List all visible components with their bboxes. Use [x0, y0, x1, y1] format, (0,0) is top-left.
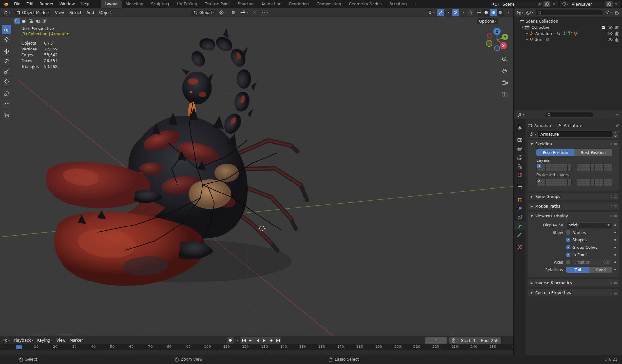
viewport-3d[interactable]: User Perspective (1) Collection | Armatu… — [0, 17, 513, 336]
layer-cell[interactable] — [537, 179, 541, 182]
tool-cursor[interactable] — [2, 35, 11, 44]
layer-cell[interactable] — [582, 168, 586, 171]
viewport-menu-view[interactable]: View — [52, 9, 67, 17]
workspace-tab-sculpting[interactable]: Sculpting — [147, 0, 173, 8]
panel-grip[interactable] — [611, 282, 617, 284]
animate-dot[interactable] — [612, 254, 617, 256]
animate-dot[interactable] — [612, 269, 617, 270]
expander-closed-icon[interactable]: ► — [525, 38, 529, 41]
rest-position-button[interactable]: Rest Position — [574, 149, 612, 156]
tab-render[interactable] — [514, 136, 525, 144]
panel-viewport-display-header[interactable]: ▼ Viewport Display — [528, 212, 619, 220]
axes-checkbox[interactable] — [566, 260, 570, 264]
layer-cell[interactable] — [604, 168, 608, 171]
layer-cell[interactable] — [568, 182, 572, 186]
outliner-row-sun[interactable]: ►Sun — [514, 37, 622, 43]
layer-cell[interactable] — [559, 164, 563, 168]
tab-physics[interactable] — [514, 204, 525, 213]
layer-cell[interactable] — [595, 164, 599, 168]
timeline-menu-playback[interactable]: Playback — [12, 337, 35, 344]
layer-cell[interactable] — [608, 164, 612, 168]
layer-cell[interactable] — [541, 168, 546, 171]
pin-id-button[interactable] — [616, 124, 619, 127]
layer-cell[interactable] — [537, 168, 541, 171]
gizmo-axis-neg-x[interactable] — [487, 33, 492, 38]
layer-cell[interactable] — [586, 179, 590, 182]
group-colors-checkbox[interactable]: ✓ — [566, 245, 570, 249]
layer-cell[interactable] — [577, 179, 582, 182]
shading-wireframe-button[interactable] — [476, 9, 483, 16]
animate-dot[interactable] — [612, 224, 617, 226]
layer-cell[interactable] — [599, 168, 604, 171]
options-button[interactable]: Options — [477, 18, 499, 25]
layer-cell[interactable] — [546, 182, 550, 186]
layer-cell[interactable] — [559, 179, 563, 182]
pose-position-button[interactable]: Pose Position — [536, 149, 574, 156]
shading-material-button[interactable] — [490, 9, 497, 16]
outliner-label[interactable]: Armature — [535, 31, 553, 36]
layer-cell[interactable] — [586, 164, 590, 168]
tab-scene[interactable] — [514, 162, 525, 171]
select-mode-extend[interactable] — [21, 18, 27, 24]
breadcrumb-object[interactable]: Armature — [534, 123, 552, 128]
layer-cell[interactable] — [599, 182, 604, 186]
outliner-display-mode-dropdown[interactable] — [516, 9, 524, 16]
outliner-label[interactable]: Sun — [535, 38, 542, 42]
layer-cell[interactable] — [586, 182, 590, 186]
tool-select-box[interactable] — [2, 25, 11, 34]
select-mode-intersect[interactable] — [41, 18, 48, 24]
layer-cell[interactable] — [546, 164, 550, 168]
layer-cell[interactable] — [554, 179, 559, 182]
timeline-menu-marker[interactable]: Marker — [67, 337, 85, 344]
fake-user-button[interactable] — [612, 131, 619, 138]
prev-keyframe-button[interactable] — [247, 337, 254, 344]
select-mode-set[interactable] — [14, 18, 20, 24]
transform-orientation-dropdown[interactable]: Global — [191, 9, 216, 16]
panel-motion-paths-header[interactable]: ▶ Motion Paths — [528, 203, 619, 210]
shading-dropdown[interactable] — [505, 9, 511, 16]
menu-render[interactable]: Render — [37, 0, 56, 8]
show-overlays-toggle[interactable] — [452, 9, 459, 16]
play-button[interactable] — [261, 337, 268, 344]
outliner-row-collection[interactable]: ▼Collection — [514, 24, 622, 30]
layer-cell[interactable] — [563, 164, 567, 168]
layer-cell[interactable] — [541, 182, 546, 186]
panel-grip[interactable] — [611, 215, 617, 217]
eye-toggle[interactable] — [608, 32, 613, 35]
layer-cell[interactable] — [568, 179, 572, 182]
outliner-row-armature[interactable]: ►Armature — [514, 30, 622, 37]
layer-cell[interactable] — [591, 179, 595, 182]
layer-cell[interactable] — [550, 164, 554, 168]
tab-texture[interactable] — [514, 242, 525, 251]
snap-toggle[interactable] — [229, 9, 237, 16]
panel-grip[interactable] — [611, 205, 617, 208]
tool-scale[interactable] — [2, 67, 11, 76]
eye-toggle[interactable] — [608, 26, 613, 29]
overlays-dropdown[interactable] — [460, 9, 466, 16]
editor-type-button[interactable] — [1, 9, 12, 16]
armature-browse-button[interactable] — [528, 131, 537, 138]
timeline-menu-keying[interactable]: Keying — [35, 337, 54, 344]
panel-inverse-kinematics-header[interactable]: ▶ Inverse Kinematics — [528, 279, 619, 287]
outliner-label[interactable]: Scene Collection — [526, 19, 558, 24]
auto-keyframe-timer[interactable] — [449, 337, 458, 344]
layer-cell[interactable] — [550, 179, 554, 182]
display-as-dropdown[interactable]: Stick ▼ — [566, 222, 612, 228]
tab-output[interactable] — [514, 144, 525, 153]
frame-start-field[interactable]: Start 1 — [458, 337, 478, 344]
layer-cell[interactable] — [595, 182, 599, 186]
layer-cell[interactable] — [546, 179, 550, 182]
layer-cell[interactable] — [563, 182, 567, 186]
layer-cell[interactable] — [599, 179, 604, 182]
layer-cell[interactable] — [577, 182, 582, 186]
layer-cell[interactable] — [591, 164, 595, 168]
layer-cell[interactable] — [599, 164, 604, 168]
viewport-menu-object[interactable]: Object — [97, 9, 114, 17]
layer-cell[interactable] — [608, 179, 612, 182]
current-frame-field[interactable]: 1 — [425, 337, 447, 344]
outliner-search-field[interactable] — [535, 10, 603, 16]
gizmo-axis-neg-y[interactable] — [486, 40, 492, 47]
pin-scene-button[interactable] — [536, 1, 543, 7]
show-gizmo-toggle[interactable] — [437, 9, 444, 16]
jump-to-end-button[interactable] — [274, 337, 281, 344]
